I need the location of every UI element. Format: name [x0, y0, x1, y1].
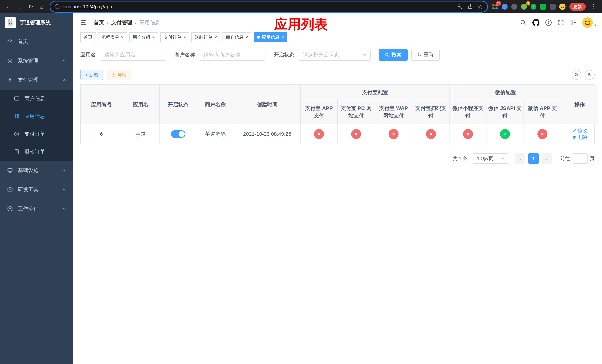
extension-pin-icon[interactable] — [501, 3, 509, 11]
status-toggle[interactable] — [171, 130, 185, 138]
app-name-input[interactable] — [100, 49, 166, 61]
reset-button[interactable]: ↻ 重置 — [411, 49, 440, 61]
tab-merchant-info[interactable]: 商户信息 × — [223, 32, 251, 42]
help-icon[interactable]: ? — [545, 20, 552, 26]
navbar: 首页 / 支付管理 / 应用信息 ? TT — [73, 13, 602, 32]
search-button[interactable]: 搜索 — [379, 49, 408, 61]
close-icon[interactable]: × — [214, 35, 217, 39]
sidebar-item-label: 研发工具 — [18, 186, 39, 193]
sidebar-item-payment[interactable]: ¥ 支付管理 — [0, 70, 73, 90]
extension-dark-icon[interactable] — [510, 3, 518, 11]
home-glyph: ⌂ — [40, 3, 43, 10]
status-select[interactable]: 请选择开启状态 — [298, 49, 371, 61]
page-info-icon[interactable]: ⓘ — [55, 3, 60, 10]
document-icon — [13, 149, 20, 155]
bookmark-star-icon[interactable]: ☆ — [478, 3, 483, 10]
user-avatar[interactable]: ▾ — [582, 17, 596, 28]
tab-home[interactable]: 首页 — [80, 32, 96, 42]
search-icon[interactable] — [520, 19, 527, 26]
status-label: 开启状态 — [274, 51, 294, 58]
delete-button[interactable]: 删除 — [572, 134, 587, 140]
close-icon[interactable]: × — [121, 35, 124, 39]
sidebar-item-label: 基础设施 — [18, 167, 39, 174]
url-bar[interactable]: ⓘ localhost:1024/pay/app ☆ — [50, 1, 487, 12]
fullscreen-icon[interactable] — [558, 19, 564, 26]
sidebar-item-home[interactable]: 首页 — [0, 32, 73, 51]
sidebar-item-refund-order[interactable]: 退款订单 — [0, 143, 73, 161]
forward-icon[interactable]: → — [14, 1, 25, 12]
toggle-search-button[interactable] — [572, 70, 581, 80]
edit-button[interactable]: 修改 — [572, 127, 587, 134]
sidebar-item-infra[interactable]: 基础设施 — [0, 161, 73, 180]
close-icon[interactable]: × — [281, 35, 284, 39]
avatar-emoji — [582, 17, 593, 28]
cell-alipay-qr: × — [412, 124, 450, 144]
breadcrumb-home[interactable]: 首页 — [94, 19, 104, 26]
add-button[interactable]: + 新增 — [80, 70, 103, 80]
app-title: 芋道管理系统 — [20, 19, 51, 26]
close-icon[interactable]: × — [152, 35, 155, 39]
extension-grid-icon[interactable]: 10 — [491, 3, 499, 11]
share-icon[interactable] — [467, 4, 473, 10]
sidebar-item-label: 支付管理 — [18, 76, 39, 84]
app-logo-row[interactable]: 芋道管理系统 — [0, 13, 73, 32]
refresh-table-button[interactable]: ↻ — [585, 70, 595, 80]
page-number-button[interactable]: 1 — [528, 153, 539, 164]
home-icon[interactable]: ⌂ — [36, 1, 47, 12]
yen-icon: ¥ — [7, 77, 13, 84]
col-header-app-id: 应用编号 — [81, 85, 122, 124]
download-icon — [111, 73, 116, 77]
tab-label: 退款订单 — [195, 34, 213, 40]
sidebar-item-workflow[interactable]: 工作流程 — [0, 199, 73, 218]
extension-avatar-icon[interactable]: 1 — [520, 3, 528, 11]
sidebar-item-pay-order[interactable]: 支付订单 — [0, 125, 73, 143]
github-icon[interactable] — [532, 19, 539, 26]
emoji-extension-icon[interactable] — [558, 3, 567, 11]
page-size-select[interactable]: 10条/页 — [473, 153, 508, 164]
cell-alipay-wap: × — [375, 124, 412, 144]
sidebar-item-app-info[interactable]: 应用信息 — [0, 107, 73, 125]
sidebar-item-label: 支付订单 — [24, 130, 45, 138]
breadcrumb-separator: / — [107, 20, 108, 26]
export-button[interactable]: 导出 — [107, 70, 131, 80]
tab-process-form[interactable]: 流程表单 × — [98, 32, 127, 42]
sidebar-item-system[interactable]: 系统管理 — [0, 51, 73, 70]
merchant-name-input[interactable] — [199, 49, 266, 61]
browser-update-button[interactable]: 更新 — [570, 3, 586, 11]
sidebar-item-label: 系统管理 — [18, 57, 39, 64]
close-icon[interactable]: × — [183, 35, 186, 39]
alipay-wap-status-icon: × — [388, 129, 398, 139]
extension-green-icon[interactable] — [539, 3, 547, 11]
tab-user-group[interactable]: 用户分组 × — [129, 32, 158, 42]
close-icon[interactable]: × — [246, 35, 248, 39]
sidebar-item-label: 商户信息 — [24, 95, 45, 102]
reload-icon[interactable]: ↻ — [25, 1, 36, 12]
chevron-down-icon — [62, 168, 66, 172]
goto-page-input[interactable] — [572, 153, 588, 164]
extension-puzzle-icon[interactable] — [549, 3, 557, 11]
breadcrumb-payment[interactable]: 支付管理 — [111, 19, 132, 26]
tab-app-info[interactable]: 应用信息 × — [254, 32, 287, 42]
browser-menu-icon[interactable]: ⋮ — [588, 1, 599, 12]
password-key-icon[interactable] — [457, 4, 463, 10]
page-content: 应用名 商户名称 开启状态 请选择开启状态 搜索 ↻ 重置 — [73, 43, 602, 364]
sidebar-item-devtools[interactable]: 研发工具 — [0, 180, 73, 199]
browser-toolbar: ← → ↻ ⌂ ⓘ localhost:1024/pay/app ☆ 10 1 … — [0, 0, 602, 13]
url-text: localhost:1024/pay/app — [63, 4, 112, 10]
dots-glyph: ⋮ — [591, 3, 596, 10]
tab-refund-order[interactable]: 退款订单 × — [191, 32, 220, 42]
col-header-actions: 操作 — [561, 85, 598, 124]
back-icon[interactable]: ← — [3, 1, 14, 12]
tab-label: 商户信息 — [226, 34, 244, 40]
dashboard-icon — [7, 39, 13, 44]
next-page-button[interactable]: › — [542, 153, 552, 164]
sidebar-item-merchant-info[interactable]: 商户信息 — [0, 90, 73, 107]
font-size-icon[interactable]: TT — [570, 20, 576, 26]
tab-pay-order[interactable]: 支付订单 × — [160, 32, 189, 42]
prev-page-button[interactable]: ‹ — [515, 153, 525, 164]
sidebar-item-label: 首页 — [18, 38, 28, 45]
alipay-app-status-icon: × — [314, 129, 324, 139]
extension-check-icon[interactable]: ✓ — [529, 3, 538, 11]
page-unit-label: 页 — [590, 155, 595, 162]
hamburger-icon[interactable] — [79, 18, 88, 27]
